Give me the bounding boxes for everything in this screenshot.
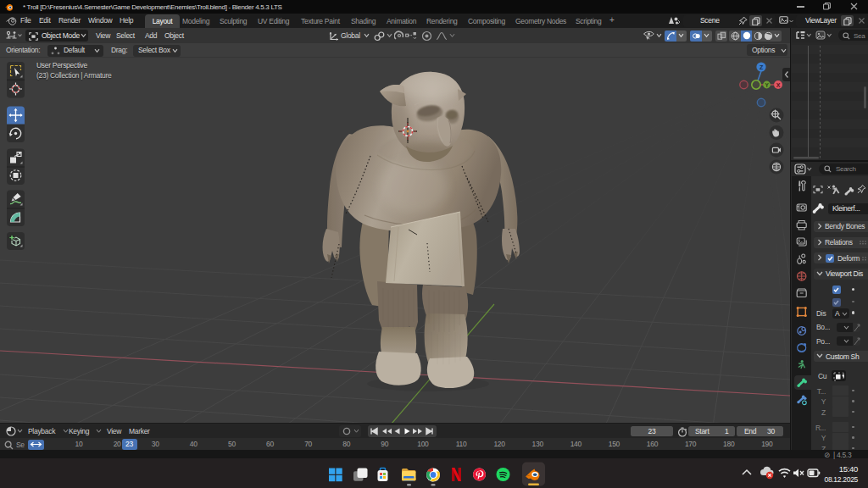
svg-text:X: X bbox=[776, 82, 781, 88]
